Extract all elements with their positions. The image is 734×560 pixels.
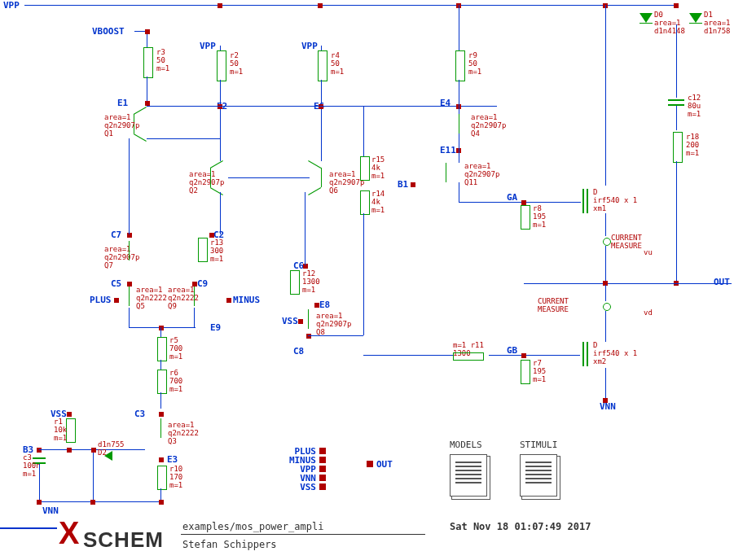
- wire: [459, 202, 581, 203]
- node: [319, 104, 323, 109]
- wire: [39, 464, 40, 501]
- bjt-bar: [129, 241, 130, 260]
- wire: [605, 368, 606, 399]
- ann-q11: area=1 q2n2907p Q11: [464, 163, 499, 187]
- label-e8: E8: [319, 300, 330, 310]
- label-e11: E11: [440, 145, 456, 155]
- label-c5: C5: [111, 278, 121, 289]
- wire: [220, 80, 221, 161]
- wire: [605, 213, 606, 236]
- ann-cm2: CURRENT MEASURE: [538, 298, 569, 314]
- node: [226, 298, 231, 303]
- bjt-c: [308, 187, 321, 195]
- resistor-r3: [143, 47, 153, 78]
- ann-r3: r3 50 m=1: [156, 49, 169, 73]
- label-ga: GA: [507, 192, 517, 203]
- label-gb: GB: [507, 345, 517, 356]
- label-e4: E4: [440, 98, 451, 108]
- ann-xm2: D irf540 x 1 xm2: [593, 342, 637, 366]
- ann-r5: r5 700 m=1: [169, 337, 182, 361]
- wire: [321, 80, 322, 161]
- ann-q6: area=1 q2n2907p Q6: [329, 171, 364, 195]
- node: [37, 448, 42, 453]
- diode-d1-bar: [689, 23, 702, 24]
- bjt-e: [210, 160, 223, 168]
- label-minus: MINUS: [233, 295, 260, 305]
- label-vpp-3: VPP: [301, 41, 318, 51]
- wire: [676, 106, 677, 130]
- resistor-r5: [157, 337, 167, 361]
- ann-r14: r14 4k m=1: [371, 190, 385, 215]
- label-models: MODELS: [450, 440, 482, 450]
- label-vboost: VBOOST: [92, 26, 125, 37]
- mosfet-xm1-chan: [587, 189, 588, 213]
- bjt-bar: [459, 114, 459, 133]
- ann-r6: r6 700 m=1: [169, 370, 182, 394]
- node: [127, 282, 132, 287]
- bjt-bar: [160, 418, 161, 438]
- node: [127, 233, 132, 238]
- wire: [160, 360, 161, 370]
- pin-vpp-icon: [319, 466, 326, 472]
- diode-d0-icon: [640, 13, 653, 23]
- resistor-r7: [521, 360, 530, 384]
- ann-d2: d1n755 D2: [98, 441, 125, 457]
- node: [159, 457, 164, 462]
- wire: [160, 392, 161, 409]
- ammeter-vu-icon: [603, 238, 611, 246]
- resistor-r12: [290, 270, 300, 295]
- wire: [308, 335, 363, 336]
- pin-label-vss: VSS: [295, 482, 316, 492]
- label-c8: C8: [293, 346, 304, 357]
- label-vpp-2: VPP: [200, 41, 216, 51]
- node: [603, 398, 608, 403]
- pin-vss-icon: [319, 483, 326, 490]
- logo-x-icon: X: [59, 516, 79, 551]
- models-icon[interactable]: [450, 454, 487, 497]
- resistor-r8: [521, 205, 530, 230]
- footer-rule-left: [0, 527, 57, 529]
- diode-d1-icon: [689, 13, 702, 23]
- resistor-r6: [157, 370, 167, 394]
- mosfet-xm1-gate: [582, 189, 584, 213]
- bjt-bar: [210, 168, 211, 187]
- node: [218, 3, 222, 8]
- wire: [160, 327, 161, 337]
- ann-r15: r15 4k m=1: [371, 156, 385, 181]
- wire: [39, 501, 161, 502]
- wire: [129, 308, 130, 327]
- node: [411, 182, 415, 187]
- stimuli-icon[interactable]: [520, 454, 557, 497]
- resistor-r10: [157, 466, 167, 490]
- wire: [605, 246, 606, 283]
- resistor-r11: [453, 352, 484, 361]
- mosfet-xm2-chan: [587, 342, 588, 366]
- ann-q8: area=1 q2n2907p Q8: [316, 313, 351, 337]
- node: [67, 412, 72, 417]
- diode-d0-bar: [640, 23, 653, 24]
- ann-r1: r1 10k m=1: [54, 418, 67, 443]
- label-plus: PLUS: [90, 295, 112, 305]
- node: [209, 233, 214, 238]
- bjt-bar: [446, 163, 446, 182]
- node: [303, 264, 308, 269]
- wire-vpp-drop: [605, 5, 606, 186]
- node: [159, 500, 164, 505]
- node: [314, 303, 319, 308]
- ann-c12: c12 80u m=1: [688, 94, 701, 119]
- ann-xm1: D irf540 x 1 xm1: [593, 189, 637, 213]
- ann-r12: r12 1300 m=1: [302, 270, 320, 295]
- wire: [459, 133, 459, 163]
- wire: [220, 192, 221, 234]
- resistor-r14: [360, 190, 370, 215]
- label-out: OUT: [714, 277, 730, 287]
- label-b1: B1: [398, 179, 408, 190]
- label-c7: C7: [111, 230, 121, 240]
- ann-c3: c3 100n m=1: [23, 454, 41, 479]
- bjt-bar: [129, 287, 130, 306]
- ann-vu: vu: [644, 249, 653, 257]
- label-vss-mid: VSS: [282, 316, 298, 326]
- wire: [147, 77, 147, 101]
- wire: [194, 308, 195, 327]
- node: [67, 448, 72, 453]
